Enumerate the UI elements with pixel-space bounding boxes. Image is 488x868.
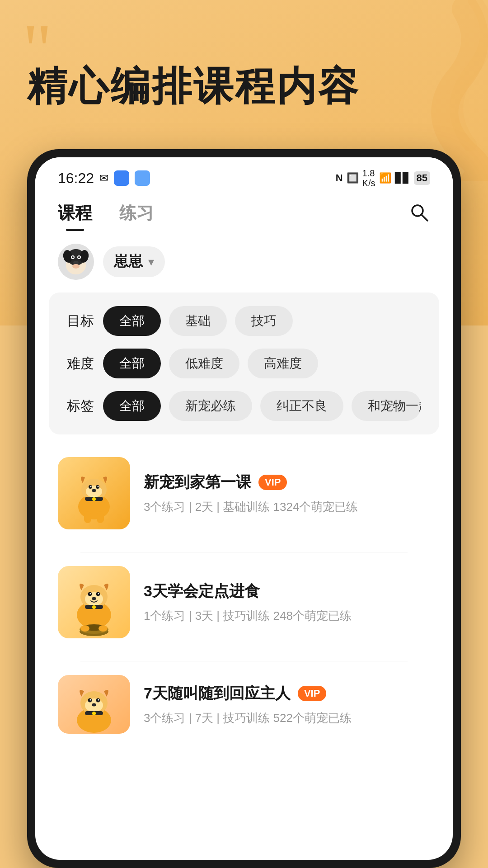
filter-chips-goal: 全部 基础 技巧 <box>103 306 293 336</box>
signal-icon: ▊▊ <box>395 172 410 184</box>
svg-point-19 <box>90 486 92 487</box>
bluetooth-icon: 🔲 <box>347 172 359 184</box>
course-list: 新宠到家第一课 VIP 3个练习 | 2天 | 基础训练 1324个萌宠已练 <box>35 443 453 752</box>
svg-point-52 <box>92 712 96 715</box>
status-bar: 16:22 ✉ N 🔲 1.8K/s 📶 ▊▊ 85 <box>35 157 453 193</box>
svg-point-21 <box>92 489 96 492</box>
vip-badge-3: VIP <box>298 686 326 701</box>
divider-1 <box>80 552 408 552</box>
svg-point-41 <box>99 625 108 632</box>
search-icon <box>408 202 430 223</box>
course-thumb-2 <box>58 566 130 638</box>
svg-point-34 <box>92 597 96 600</box>
phone-frame: 16:22 ✉ N 🔲 1.8K/s 📶 ▊▊ 85 课程 练习 <box>27 149 461 868</box>
svg-point-32 <box>90 593 91 594</box>
course-item-3[interactable]: 7天随叫随到回应主人 VIP 3个练习 | 7天 | 技巧训练 522个萌宠已练 <box>58 675 430 734</box>
course-info-2: 3天学会定点进食 1个练习 | 3天 | 技巧训练 248个萌宠已练 <box>144 581 430 624</box>
chip-goal-basic[interactable]: 基础 <box>169 306 227 336</box>
svg-point-20 <box>98 486 99 487</box>
svg-point-50 <box>92 703 96 707</box>
wifi-icon: 📶 <box>379 172 391 184</box>
battery-indicator: 85 <box>414 171 430 185</box>
svg-point-10 <box>78 256 80 258</box>
svg-line-1 <box>422 215 427 221</box>
svg-point-40 <box>80 625 89 632</box>
filter-label-tag: 标签 <box>67 397 103 415</box>
chip-diff-high[interactable]: 高难度 <box>248 349 318 378</box>
chevron-down-icon: ▾ <box>148 255 154 269</box>
filter-section: 目标 全部 基础 技巧 难度 全部 低难度 高难度 标签 <box>49 292 439 434</box>
svg-point-36 <box>92 605 96 609</box>
search-button[interactable] <box>408 202 430 225</box>
course-title-row-2: 3天学会定点进食 <box>144 581 430 602</box>
course-title-2: 3天学会定点进食 <box>144 581 260 602</box>
pet-avatar <box>58 244 94 280</box>
course-title-1: 新宠到家第一课 <box>144 472 251 493</box>
svg-point-23 <box>92 497 96 501</box>
filter-row-difficulty: 难度 全部 低难度 高难度 <box>67 349 421 378</box>
app-icon-1 <box>114 170 129 186</box>
course-meta-1: 3个练习 | 2天 | 基础训练 1324个萌宠已练 <box>144 499 430 515</box>
tab-practice[interactable]: 练习 <box>119 202 154 231</box>
course-meta-3: 3个练习 | 7天 | 技巧训练 522个萌宠已练 <box>144 710 430 726</box>
course-thumb-1 <box>58 457 130 529</box>
divider-2 <box>80 661 408 661</box>
chip-diff-low[interactable]: 低难度 <box>169 349 239 378</box>
course-title-3: 7天随叫随到回应主人 <box>144 683 291 704</box>
filter-row-tag: 标签 全部 新宠必练 纠正不良 和宠物一起 <box>67 391 421 421</box>
chip-tag-together[interactable]: 和宠物一起 <box>352 391 421 421</box>
filter-chips-tag: 全部 新宠必练 纠正不良 和宠物一起 <box>103 391 421 421</box>
pet-name-tag[interactable]: 崽崽 ▾ <box>103 246 165 277</box>
chip-tag-new[interactable]: 新宠必练 <box>169 391 252 421</box>
svg-point-48 <box>90 699 91 701</box>
filter-label-goal: 目标 <box>67 312 103 330</box>
status-icons-right: N 🔲 1.8K/s 📶 ▊▊ 85 <box>336 168 430 188</box>
course-meta-2: 1个练习 | 3天 | 技巧训练 248个萌宠已练 <box>144 608 430 624</box>
course-item-1[interactable]: 新宠到家第一课 VIP 3个练习 | 2天 | 基础训练 1324个萌宠已练 <box>58 457 430 529</box>
svg-point-11 <box>73 261 79 264</box>
chip-goal-all[interactable]: 全部 <box>103 306 161 336</box>
tab-courses[interactable]: 课程 <box>58 202 92 231</box>
course-info-3: 7天随叫随到回应主人 VIP 3个练习 | 7天 | 技巧训练 522个萌宠已练 <box>144 683 430 726</box>
svg-point-12 <box>72 264 80 269</box>
pet-avatar-img <box>58 244 94 280</box>
chip-goal-skill[interactable]: 技巧 <box>235 306 293 336</box>
dog-illustration-2 <box>58 566 130 638</box>
course-info-1: 新宠到家第一课 VIP 3个练习 | 2天 | 基础训练 1324个萌宠已练 <box>144 472 430 515</box>
course-item-2[interactable]: 3天学会定点进食 1个练习 | 3天 | 技巧训练 248个萌宠已练 <box>58 566 430 638</box>
chip-tag-correct[interactable]: 纠正不良 <box>260 391 343 421</box>
phone-screen: 16:22 ✉ N 🔲 1.8K/s 📶 ▊▊ 85 课程 练习 <box>35 157 453 860</box>
svg-point-49 <box>98 699 99 701</box>
dog-illustration-1 <box>58 457 130 529</box>
pet-selector: 崽崽 ▾ <box>35 231 453 292</box>
filter-chips-difficulty: 全部 低难度 高难度 <box>103 349 318 378</box>
svg-point-33 <box>98 593 99 594</box>
course-title-row-3: 7天随叫随到回应主人 VIP <box>144 683 430 704</box>
nav-tabs: 课程 练习 <box>35 193 453 231</box>
course-title-row-1: 新宠到家第一课 VIP <box>144 472 430 493</box>
svg-rect-24 <box>84 511 91 523</box>
filter-label-difficulty: 难度 <box>67 354 103 373</box>
svg-point-9 <box>72 256 74 258</box>
chip-diff-all[interactable]: 全部 <box>103 349 161 378</box>
svg-rect-25 <box>97 511 104 523</box>
headline: 精心编排课程内容 <box>27 63 360 109</box>
speed-indicator: 1.8K/s <box>362 168 375 188</box>
nfc-icon: N <box>336 172 343 184</box>
dog-illustration-3 <box>58 675 130 734</box>
filter-row-goal: 目标 全部 基础 技巧 <box>67 306 421 336</box>
status-time: 16:22 <box>58 170 94 187</box>
vip-badge-1: VIP <box>258 475 287 490</box>
course-thumb-3 <box>58 675 130 734</box>
chip-tag-all[interactable]: 全部 <box>103 391 161 421</box>
app-icon-2 <box>135 170 150 186</box>
pet-name: 崽崽 <box>114 252 143 272</box>
mail-icon: ✉ <box>99 172 108 184</box>
